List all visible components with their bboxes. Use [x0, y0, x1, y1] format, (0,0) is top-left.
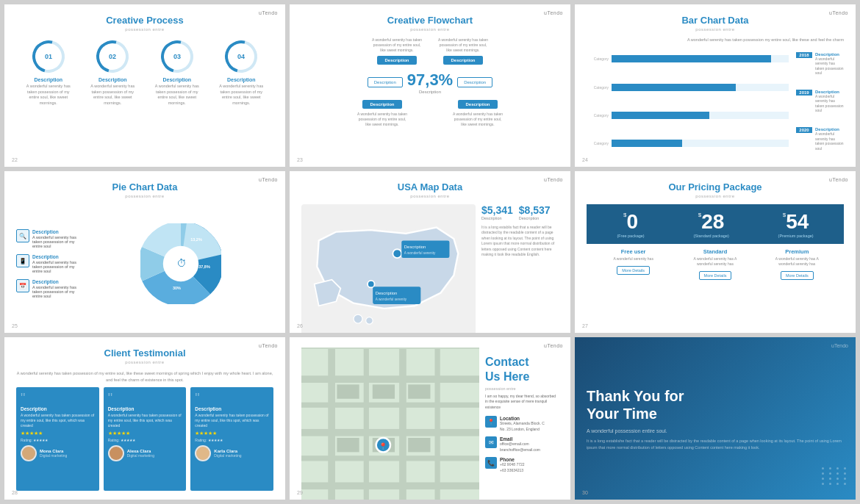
circle-desc-title: Description [155, 77, 199, 82]
bar-track [612, 140, 789, 147]
quote-icon: " [21, 392, 95, 405]
legend-item: 📱 Description A wonderful serenity has t… [16, 254, 82, 273]
bar-label: Category [587, 113, 609, 118]
contact-phone-label: Phone [500, 457, 525, 462]
bar-year: 2019 [796, 90, 812, 96]
map-info: $5,341 Description $8,537 Description It… [481, 204, 559, 334]
svg-text:Description: Description [404, 245, 426, 249]
decorative-dot [829, 472, 831, 475]
svg-text:📍: 📍 [379, 442, 388, 451]
test-rating: Rating: ★★★★★ [195, 438, 269, 442]
slide-6-title: Our Pricing Package [587, 181, 844, 192]
decorative-dot [836, 483, 839, 485]
tier-free-name: Free user [609, 248, 657, 255]
testimonials-row: " Description A wonderful serenity has t… [16, 387, 273, 491]
circle-desc: Description A wonderful serenity has tak… [90, 77, 135, 107]
brand-8: uTendo [544, 343, 563, 348]
contact-location-line2: No. 23 London, England [500, 427, 545, 433]
svg-point-11 [393, 249, 401, 258]
tier-premium: Premium A wonderful serenity has A wonde… [773, 248, 821, 320]
flow-btn-desc5: Description [362, 100, 401, 109]
circle-desc: Description A wonderful serenity has tak… [26, 77, 71, 107]
flow-big-label: Description [407, 90, 453, 94]
test-title: Description [195, 406, 269, 411]
svg-rect-26 [364, 349, 369, 500]
location-icon: 📍 [485, 416, 497, 428]
tier-prem-btn[interactable]: More Details [781, 271, 814, 280]
svg-point-9 [354, 314, 362, 323]
brand-1: uTendo [259, 10, 278, 15]
flow-btn-desc2: Description [443, 56, 482, 65]
circle-item: 02 Description A wonderful serenity has … [90, 40, 135, 107]
test-text: A wonderful serenity has taken possessio… [108, 413, 182, 428]
decorative-dot [844, 483, 846, 485]
tier-free-text: A wonderful serenity has [609, 256, 657, 262]
contact-email-label: Email [500, 436, 540, 442]
bar-year-item: 2020 Description A wonderful serenity ha… [796, 127, 844, 151]
tier-std-btn[interactable]: More Details [699, 271, 732, 280]
circle-desc: Description A wonderful serenity has tak… [219, 77, 263, 107]
bar-year-text: A wonderful serenity has taken possessio… [815, 132, 844, 151]
bar-row: Category [587, 55, 789, 62]
svg-rect-34 [408, 438, 430, 452]
test-avatar [21, 445, 37, 461]
svg-rect-20 [301, 376, 479, 384]
pricing-area: $ 0 (Free package) $ 28 (Standard packag… [587, 204, 844, 325]
svg-rect-22 [301, 429, 479, 436]
thankyou-text: It is a long establishe fact that a read… [587, 438, 844, 451]
circle-desc-title: Description [219, 77, 263, 82]
contact-area: 📍 A wonderful serenity ContactUs Here po… [301, 348, 559, 500]
svg-text:13,2%: 13,2% [190, 238, 202, 242]
contact-email-line2: branchoffice@email.com [500, 447, 540, 453]
bar-track [612, 55, 789, 62]
decorative-dot [822, 467, 824, 469]
map-price-1-label: Description [481, 216, 513, 220]
quote-icon: " [195, 392, 269, 405]
slide-pricing: uTendo Our Pricing Package possession en… [575, 171, 856, 334]
test-stars: ★★★★★ [195, 431, 269, 436]
price-std-num: 28 [701, 212, 724, 232]
bar-year-info: Description A wonderful serenity has tak… [815, 127, 844, 151]
brand-3: uTendo [829, 10, 848, 15]
price-free-num: 0 [626, 212, 638, 232]
testimonial-card: " Description A wonderful serenity has t… [16, 387, 99, 491]
test-role: Digital marketing [214, 453, 241, 458]
test-role: Digital marketing [127, 453, 154, 458]
price-prem-num: 54 [786, 212, 809, 232]
circle-ring: 01 [26, 35, 71, 79]
bar-label: Category [587, 57, 609, 61]
legend-icon-box: 🔍 [16, 229, 29, 242]
brand-2: uTendo [544, 10, 563, 15]
decorative-dot [836, 472, 839, 475]
pie-area: 🔍 Description A wonderful serenity has t… [16, 204, 273, 325]
brand-6: uTendo [829, 177, 848, 182]
test-author: Karla Clara Digital marketing [214, 449, 241, 458]
legend-text-block: Description A wonderful serenity has tak… [32, 279, 82, 298]
flow-btn-desc4: Description [457, 77, 492, 87]
slide-3-title: Bar Chart Data [587, 15, 844, 26]
bar-rows: Category Category Category Category [587, 45, 789, 158]
decorative-dot [844, 472, 846, 475]
slide-contact: uTendo [290, 337, 570, 500]
flow-btn-desc6: Description [458, 100, 497, 109]
flow-big-number: 97,3% [407, 71, 453, 90]
slide-4-subtitle: possession entre [16, 194, 273, 198]
slide-1-num: 22 [12, 157, 18, 162]
svg-rect-25 [328, 349, 335, 500]
dots-pattern [822, 467, 848, 485]
decorative-dot [844, 467, 846, 469]
circles-container: 01 Description A wonderful serenity has … [16, 40, 273, 158]
slide-8-num: 29 [297, 490, 303, 495]
brand-4: uTendo [259, 177, 278, 182]
svg-text:Description: Description [376, 291, 398, 295]
circle-desc-title: Description [90, 77, 135, 82]
pie-legend: 🔍 Description A wonderful serenity has t… [16, 229, 82, 298]
legend-item: 📅 Description A wonderful serenity has t… [16, 279, 82, 298]
price-prem-label: (Premium package) [778, 234, 814, 238]
thankyou-content: Thank You forYour Time A wonderful posse… [587, 348, 844, 491]
bar-year-text: A wonderful serenity has taken possessio… [815, 57, 844, 76]
tier-free-btn[interactable]: More Details [617, 266, 650, 275]
svg-rect-30 [373, 385, 395, 399]
test-footer: Karla Clara Digital marketing [195, 445, 269, 461]
decorative-dot [829, 483, 831, 485]
